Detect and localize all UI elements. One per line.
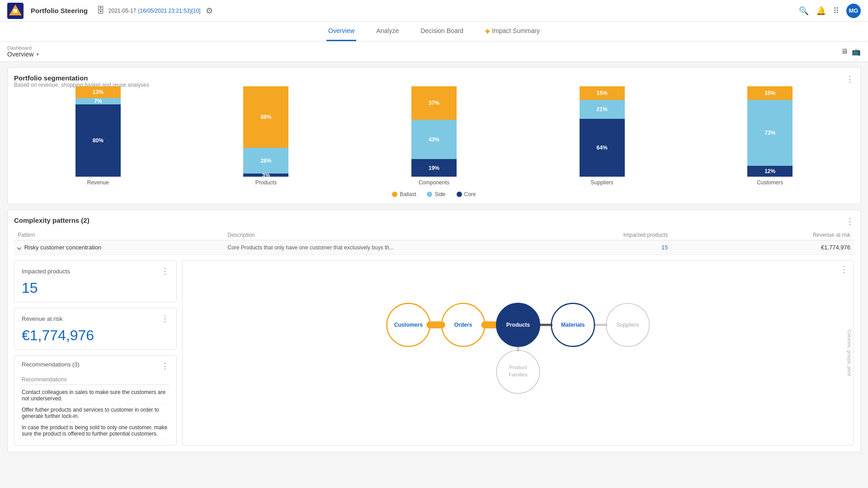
pattern-name: Risky customer concentration (14, 240, 224, 255)
chart-label-revenue: Revenue (87, 179, 109, 186)
svg-text:Customers: Customers (394, 322, 423, 328)
chart-label-customers: Customers (757, 179, 783, 186)
bar-segment-side: 28% (243, 148, 288, 174)
chart-col-components: 37%43%19%Components (407, 86, 461, 186)
chart-legend: BallastSideCore (14, 191, 854, 197)
bar-segment-core: 80% (75, 104, 121, 177)
bar-segment-side: 73% (747, 100, 793, 166)
pattern-description: Core Products that only have one custome… (224, 240, 518, 255)
database-icon: 🗄 (97, 6, 105, 15)
notification-icon[interactable]: 🔔 (816, 6, 826, 16)
detail-column: Impacted products ⋮ 15 Revenue at risk ⋮… (14, 260, 177, 446)
tab-decision-board[interactable]: Decision Board (419, 22, 465, 41)
col-description: Description (224, 230, 518, 240)
rec-item-1: Offer futher products and services to cu… (22, 404, 169, 422)
diagram-node-orders: Orders (442, 303, 485, 346)
col-impacted: Impacted products (518, 230, 686, 240)
bar-segment-ballast: 15% (580, 86, 625, 100)
legend-dot (427, 192, 432, 197)
diagram-node-suppliers: Suppliers (606, 303, 649, 346)
chart-col-customers: 15%73%12%Customers (743, 86, 797, 186)
revenue-value: €1,774,976 (22, 327, 169, 344)
bar-segment-side: 7% (75, 98, 121, 104)
diagram-node-materials: Materials (552, 303, 594, 346)
chart-label-suppliers: Suppliers (591, 179, 613, 186)
search-icon[interactable]: 🔍 (799, 6, 809, 16)
rec-more-icon[interactable]: ⋮ (161, 361, 169, 371)
diagram-header: ⋮ (183, 261, 854, 278)
recommendations-list: Contact colleagues in sales to make sure… (22, 387, 169, 440)
columns-groups-pivot-label[interactable]: Columns, groups, pivot (847, 330, 852, 376)
col-revenue: Revenue at risk (686, 230, 854, 240)
portfolio-segmentation-card: Portfolio segmentation Based on revenue,… (7, 67, 861, 204)
expanded-detail: Impacted products ⋮ 15 Revenue at risk ⋮… (14, 260, 854, 446)
nav-icons: 🔍 🔔 ⠿ MG (799, 4, 861, 18)
apps-icon[interactable]: ⠿ (833, 6, 839, 16)
datetime-detail: (16/05/2021 23:21:53)[10] (138, 8, 200, 14)
tab-overview[interactable]: Overview (326, 22, 356, 41)
chart-area: 13%7%80%Revenue68%28%3%Products37%43%19%… (14, 95, 854, 186)
svg-text:Orders: Orders (454, 322, 472, 328)
diagram-node-customers: Customers (387, 303, 430, 346)
rec-col-header: Recommendations (22, 375, 169, 385)
chevron-down-icon: ▼ (35, 52, 40, 57)
impacted-header: Impacted products ⋮ (22, 266, 169, 276)
top-navigation: Portfolio Steering 🗄 2021-05-17 (16/05/2… (0, 0, 868, 22)
rec-item-2: In case the product is being sold to onl… (22, 422, 169, 440)
revenue-more-icon[interactable]: ⋮ (161, 314, 169, 324)
impacted-more-icon[interactable]: ⋮ (161, 266, 169, 276)
monitor-off-icon[interactable]: 🖥 (841, 47, 848, 56)
bar-segment-side: 43% (411, 120, 457, 159)
diagram-svg: CustomersOrdersProductsMaterialsSupplier… (183, 278, 854, 395)
settings-icon[interactable]: ⚙ (206, 6, 213, 16)
chart-label-components: Components (419, 179, 449, 186)
impact-icon: ◆ (485, 27, 490, 34)
portfolio-segmentation-title: Portfolio segmentation (14, 74, 149, 82)
chart-col-revenue: 13%7%80%Revenue (71, 86, 125, 186)
bar-segment-ballast: 15% (747, 86, 793, 100)
svg-rect-2 (14, 9, 17, 13)
tab-impact-summary[interactable]: ◆ Impact Summary (483, 22, 542, 41)
impacted-products-card: Impacted products ⋮ 15 (14, 260, 177, 302)
diagram-area: ⋮ CustomersOrdersProductsMaterialsSuppli… (182, 260, 854, 446)
tab-analyze[interactable]: Analyze (374, 22, 401, 41)
pattern-table: Pattern Description Impacted products Re… (14, 230, 854, 255)
legend-item-side: Side (427, 191, 445, 197)
legend-dot (392, 192, 397, 197)
revenue-risk-card: Revenue at risk ⋮ €1,774,976 (14, 308, 177, 350)
bar-segment-ballast: 37% (411, 86, 457, 120)
portfolio-more-icon[interactable]: ⋮ (846, 74, 854, 84)
logo[interactable] (7, 3, 24, 19)
impacted-value: 15 (22, 280, 169, 296)
bar-segment-ballast: 13% (75, 86, 121, 98)
cast-icon[interactable]: 📺 (852, 47, 861, 56)
svg-text:Materials: Materials (561, 322, 585, 328)
tab-bar: Overview Analyze Decision Board ◆ Impact… (0, 22, 868, 42)
bar-segment-ballast: 68% (243, 86, 288, 148)
bar-segment-core: 3% (243, 174, 288, 177)
bar-segment-side: 21% (580, 100, 625, 119)
bar-segment-core: 12% (747, 166, 793, 177)
chart-col-suppliers: 15%21%64%Suppliers (575, 86, 629, 186)
dashboard-label: Dashboard (7, 45, 40, 51)
svg-text:Families: Families (509, 372, 528, 377)
complexity-header: Complexity patterns (2) ⋮ (14, 216, 854, 226)
complexity-patterns-card: Complexity patterns (2) ⋮ Pattern Descri… (7, 210, 861, 452)
avatar[interactable]: MG (846, 4, 861, 18)
svg-text:Products: Products (506, 322, 530, 328)
complexity-title: Complexity patterns (2) (14, 216, 90, 224)
diagram-more-icon[interactable]: ⋮ (840, 264, 848, 274)
rec-item-0: Contact colleagues in sales to make sure… (22, 387, 169, 404)
bar-segment-core: 19% (411, 159, 457, 177)
expand-icon[interactable] (17, 246, 22, 250)
chart-label-products: Products (255, 179, 277, 186)
chart-col-products: 68%28%3%Products (239, 86, 293, 186)
svg-text:Suppliers: Suppliers (616, 322, 639, 328)
dashboard-select[interactable]: Overview ▼ (7, 51, 40, 58)
dashboard-actions: 🖥 📺 (841, 47, 861, 56)
table-row: Risky customer concentration Core Produc… (14, 240, 854, 255)
complexity-more-icon[interactable]: ⋮ (846, 216, 854, 226)
recommendations-card: Recommendations (3) ⋮ Recommendations Co… (14, 355, 177, 446)
pattern-impacted[interactable]: 15 (518, 240, 686, 255)
revenue-header: Revenue at risk ⋮ (22, 314, 169, 324)
